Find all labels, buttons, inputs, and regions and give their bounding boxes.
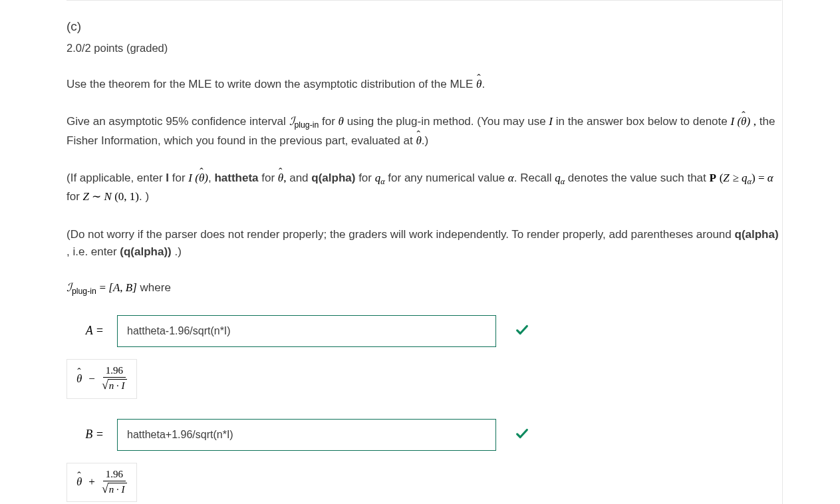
theta-hat: θ — [476, 76, 482, 93]
theta-hat: θ — [76, 475, 82, 489]
label-B: B = — [67, 428, 104, 441]
text: for any numerical value — [388, 172, 507, 184]
where-text: where — [140, 281, 171, 294]
fraction-den: √ n · I — [102, 481, 127, 497]
I-sym: I — [549, 115, 553, 128]
q-alpha: qα — [375, 172, 385, 184]
close-paren: ) = — [752, 172, 768, 184]
geq: ≥ — [733, 172, 742, 184]
text: for — [358, 172, 375, 184]
sqrt: √ n · I — [102, 379, 127, 393]
radicand: n · I — [108, 379, 127, 393]
i-plugin-2: ℐplug-in — [67, 281, 96, 294]
text: , i.e. enter — [67, 245, 120, 258]
check-icon — [515, 426, 529, 443]
eq: = — [99, 281, 108, 294]
fraction-num: 1.96 — [103, 365, 126, 378]
I-of-thetahat: I (θ) — [730, 115, 750, 128]
text: , — [208, 172, 214, 184]
interval-AB: [A, B] — [108, 281, 137, 294]
text: denotes the value such that — [568, 172, 710, 184]
check-icon — [515, 322, 529, 340]
I-of-thetahat-2: I (θ) — [188, 172, 208, 184]
comma: , — [283, 172, 286, 184]
instruction-para-1: Use the theorem for the MLE to write dow… — [67, 76, 781, 93]
literal-qalpha: q(alpha) — [311, 172, 355, 184]
interval-definition-line: ℐplug-in = [A, B] where — [67, 281, 781, 296]
text: (If applicable, enter — [67, 172, 166, 184]
text: Give an asymptotic 95% confidence interv… — [67, 115, 289, 128]
part-label: (c) — [67, 19, 781, 34]
Z-sym: Z — [723, 172, 729, 184]
literal-qalpha-paren: (q(alpha)) — [120, 245, 171, 258]
label-A: A = — [67, 324, 104, 338]
answer-input-B[interactable] — [117, 419, 496, 451]
text: .) — [422, 134, 428, 147]
fraction: 1.96 √ n · I — [102, 469, 127, 497]
literal-I: I — [166, 172, 169, 184]
text: Use the theorem for the MLE to write dow… — [67, 78, 476, 90]
i-plugin: ℐplug-in — [289, 115, 319, 128]
text: . — [482, 78, 485, 90]
text: . Recall — [514, 172, 555, 184]
theta: θ — [339, 115, 344, 128]
alpha-2: α — [768, 172, 773, 184]
minus-op: − — [88, 372, 95, 386]
q-alpha-2: qα — [555, 172, 565, 184]
formula-rendered-A: θ − 1.96 √ n · I — [67, 359, 137, 399]
text: for — [322, 115, 339, 128]
text: using the plug-in method. (You may use — [347, 115, 549, 128]
theta-hat: θ — [416, 132, 421, 150]
radicand: n · I — [108, 483, 127, 497]
instruction-para-4: (Do not worry if the parser does not ren… — [67, 226, 781, 261]
literal-qalpha-2: q(alpha) — [735, 228, 779, 241]
fraction-den: √ n · I — [102, 378, 127, 393]
text: for — [261, 172, 278, 184]
plugin-sub: plug-in — [295, 121, 319, 130]
sqrt: √ n · I — [102, 483, 127, 497]
text: for — [67, 190, 83, 203]
text: and — [289, 172, 311, 184]
content-area: (c) 2.0/2 points (graded) Use the theore… — [67, 0, 781, 504]
answer-row-A: A = — [67, 315, 781, 347]
alpha: α — [508, 172, 514, 184]
page-root: (c) 2.0/2 points (graded) Use the theore… — [0, 0, 840, 504]
answer-row-B: B = — [67, 419, 781, 451]
text: (Do not worry if the parser does not ren… — [67, 228, 735, 241]
text: for — [172, 172, 189, 184]
fraction: 1.96 √ n · I — [102, 365, 127, 393]
text: . ) — [139, 190, 149, 203]
points-line: 2.0/2 points (graded) — [67, 42, 781, 55]
theta-hat: θ — [278, 170, 283, 187]
formula-rendered-B: θ + 1.96 √ n · I — [67, 463, 137, 503]
text: .) — [175, 245, 182, 258]
right-rail-divider — [782, 0, 783, 504]
top-rule — [67, 0, 781, 1]
text: in the answer box below to denote — [556, 115, 731, 128]
q-alpha-3: qα — [742, 172, 752, 184]
Z-dist: Z ∼ N (0, 1) — [83, 190, 139, 203]
answer-input-A[interactable] — [117, 315, 496, 347]
comma: , — [754, 115, 756, 128]
P-sym: P — [710, 172, 716, 184]
literal-hattheta: hattheta — [214, 172, 258, 184]
theta-hat: θ — [76, 372, 82, 386]
fraction-num: 1.96 — [103, 469, 126, 481]
plus-op: + — [88, 475, 95, 489]
instruction-para-2: Give an asymptotic 95% confidence interv… — [67, 113, 781, 150]
instruction-para-3: (If applicable, enter I for I (θ), hatth… — [67, 170, 781, 206]
